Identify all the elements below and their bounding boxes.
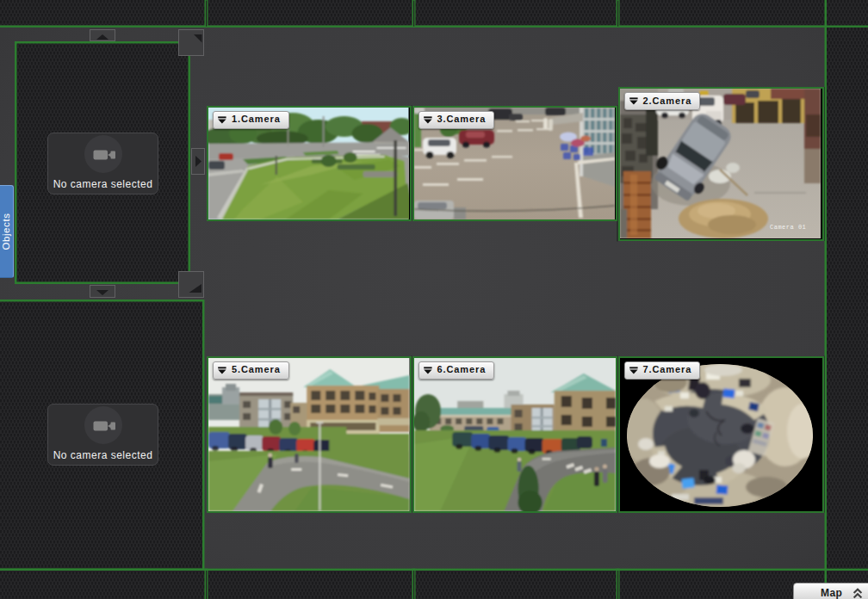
svg-text:Camera 01: Camera 01	[770, 224, 806, 231]
